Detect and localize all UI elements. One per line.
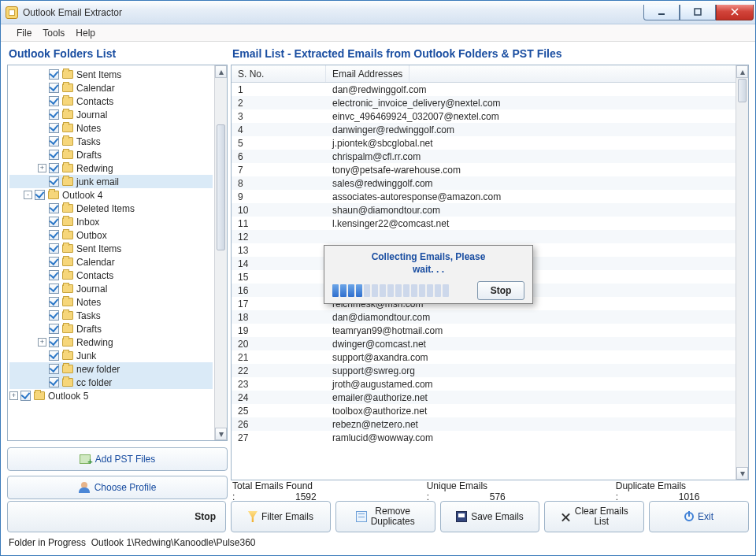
tree-item[interactable]: Calendar [9,255,213,269]
menu-tools[interactable]: Tools [43,28,65,39]
folder-checkbox[interactable] [49,297,59,307]
table-row[interactable]: 2electronic_invoice_delivery@nextel.com [232,96,736,109]
folder-checkbox[interactable] [49,136,59,146]
folder-checkbox[interactable] [49,324,59,334]
tree-item[interactable]: +Redwing [9,335,213,349]
scroll-up-icon[interactable]: ▴ [736,65,748,78]
table-row[interactable]: 8sales@redwinggolf.com [232,176,736,190]
folder-checkbox[interactable] [49,109,59,120]
table-row[interactable]: 26rebezn@netzero.net [232,417,736,431]
folder-checkbox[interactable] [49,337,59,347]
tree-item[interactable]: junk email [9,175,213,188]
expander-icon[interactable]: - [24,191,32,199]
scroll-down-icon[interactable]: ▾ [736,467,748,480]
menu-file[interactable]: File [17,28,32,39]
tree-scrollbar[interactable]: ▴ ▾ [214,65,227,440]
folder-checkbox[interactable] [49,350,59,361]
folder-checkbox[interactable] [49,230,59,240]
tree-item[interactable]: Deleted Items [9,202,213,215]
table-row[interactable]: 7tony@petsafe-warehouse.com [232,163,736,176]
folder-checkbox[interactable] [49,203,59,213]
folder-checkbox[interactable] [49,243,59,254]
close-button[interactable] [716,5,754,20]
scroll-down-icon[interactable]: ▾ [215,428,227,440]
expander-icon[interactable]: + [38,338,46,347]
folder-checkbox[interactable] [49,123,59,133]
folder-checkbox[interactable] [49,83,59,93]
tree-item[interactable]: Outbox [9,228,213,242]
table-row[interactable]: 4danwinger@redwinggolf.com [232,123,736,136]
folder-checkbox[interactable] [49,69,59,80]
table-row[interactable]: 1dan@redwinggolf.com [232,83,736,96]
scroll-thumb[interactable] [217,124,225,250]
exit-button[interactable]: Exit [649,501,749,532]
folder-checkbox[interactable] [49,270,59,280]
col-sn[interactable]: S. No. [232,65,326,82]
tree-item[interactable]: Contacts [9,269,213,282]
scroll-thumb[interactable] [738,79,747,102]
expander-icon[interactable]: + [38,164,46,172]
folder-checkbox[interactable] [49,310,59,321]
progress-stop-button[interactable]: Stop [477,281,524,300]
tree-item[interactable]: Sent Items [9,68,213,81]
table-row[interactable]: 10shaun@diamondtour.com [232,203,736,217]
minimize-button[interactable] [643,5,680,20]
table-row[interactable]: 24emailer@authorize.net [232,391,736,404]
clear-emails-button[interactable]: Clear EmailsList [544,501,644,532]
tree-item[interactable]: Notes [9,295,213,309]
tree-item[interactable]: new folder [9,362,213,376]
save-emails-button[interactable]: Save Emails [440,501,540,532]
table-row[interactable]: 18dan@diamondtour.com [232,310,736,324]
table-row[interactable]: 19teamryan99@hotmail.com [232,324,736,337]
tree-item[interactable]: Drafts [9,322,213,335]
table-row[interactable]: 27ramlucid@wowway.com [232,431,736,444]
table-row[interactable]: 20dwinger@comcast.net [232,337,736,350]
tree-item[interactable]: Contacts [9,95,213,108]
remove-duplicates-button[interactable]: RemoveDuplicates [335,501,435,532]
tree-item[interactable]: Sent Items [9,242,213,255]
tree-item[interactable]: Inbox [9,215,213,228]
folder-checkbox[interactable] [49,257,59,267]
folder-checkbox[interactable] [35,190,45,200]
tree-item[interactable]: -Outlook 4 [9,188,213,202]
grid-scrollbar[interactable]: ▴ ▾ [736,65,748,480]
table-row[interactable]: 22support@swreg.org [232,364,736,377]
menu-help[interactable]: Help [76,28,95,39]
maximize-button[interactable] [680,5,716,20]
tree-item[interactable]: Drafts [9,148,213,161]
folder-checkbox[interactable] [49,377,59,387]
table-row[interactable]: 5j.piontek@sbcglobal.net [232,136,736,150]
stop-button[interactable]: Stop [7,501,226,532]
tree-item[interactable]: Tasks [9,309,213,322]
folder-checkbox[interactable] [49,364,59,374]
folder-checkbox[interactable] [49,96,59,106]
folder-checkbox[interactable] [49,150,59,160]
expander-icon[interactable]: + [9,391,18,400]
scroll-up-icon[interactable]: ▴ [215,65,227,78]
tree-item[interactable]: Junk [9,349,213,362]
choose-profile-button[interactable]: Choose Profile [7,476,228,499]
folder-checkbox[interactable] [49,176,59,187]
table-row[interactable]: 6chrispalm@cfl.rr.com [232,150,736,163]
table-row[interactable]: 21support@axandra.com [232,350,736,364]
tree-item[interactable]: Calendar [9,81,213,95]
tree-item[interactable]: +Redwing [9,161,213,175]
folder-checkbox[interactable] [49,217,59,227]
titlebar[interactable]: Outlook Email Extractor [1,1,755,24]
grid-header[interactable]: S. No. Email Addresses [232,65,736,83]
folder-checkbox[interactable] [49,163,59,173]
tree-item[interactable]: Journal [9,108,213,121]
tree-item[interactable]: +Outlook 5 [9,389,213,402]
folders-tree[interactable]: Sent ItemsCalendarContactsJournalNotesTa… [7,65,228,441]
add-pst-button[interactable]: Add PST Files [7,447,228,471]
table-row[interactable]: 12 [232,230,736,243]
tree-item[interactable]: Journal [9,282,213,295]
table-row[interactable]: 11l.kensinger22@comcast.net [232,217,736,230]
filter-emails-button[interactable]: Filter Emails [231,501,331,532]
tree-item[interactable]: cc folder [9,376,213,389]
table-row[interactable]: 3einvc_496469924_032007@nextel.com [232,109,736,123]
table-row[interactable]: 23jroth@augustamed.com [232,377,736,391]
table-row[interactable]: 25toolbox@authorize.net [232,404,736,417]
tree-item[interactable]: Tasks [9,135,213,148]
folder-checkbox[interactable] [20,391,31,401]
